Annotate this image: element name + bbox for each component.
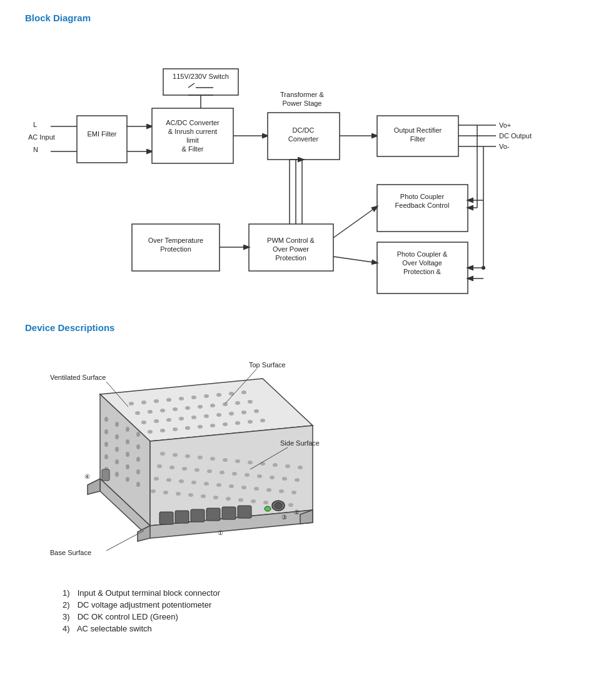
- psu-drawing: Ventilated Surface Top Surface Side Surf…: [50, 344, 363, 569]
- svg-text:N: N: [33, 146, 38, 153]
- svg-point-127: [194, 468, 199, 472]
- svg-text:L: L: [33, 121, 37, 128]
- legend-item-3: 3) DC OK control LED (Green): [63, 612, 591, 621]
- svg-text:Ventilated  Surface: Ventilated Surface: [50, 374, 106, 381]
- legend-num-4: 4): [63, 624, 75, 633]
- svg-text:Photo Coupler: Photo Coupler: [400, 193, 444, 200]
- legend-text-4: AC selectable switch: [77, 624, 152, 633]
- svg-point-104: [173, 427, 178, 431]
- svg-text:& Filter: & Filter: [181, 145, 203, 153]
- svg-point-86: [185, 406, 190, 410]
- svg-text:Over Voltage: Over Voltage: [402, 259, 442, 267]
- svg-point-111: [260, 419, 265, 422]
- svg-text:AC Input: AC Input: [28, 133, 55, 141]
- svg-point-137: [166, 478, 171, 482]
- svg-line-59: [333, 257, 377, 263]
- svg-point-87: [198, 405, 203, 409]
- legend-text-1: Input & Output terminal block connector: [78, 588, 220, 598]
- diagram-area: L AC Input N EMI Filter AC/DC Converter …: [27, 34, 590, 304]
- svg-point-177: [136, 457, 140, 462]
- svg-point-134: [282, 477, 287, 481]
- svg-point-169: [115, 472, 119, 477]
- svg-point-106: [198, 425, 203, 429]
- svg-point-132: [257, 474, 262, 478]
- svg-point-178: [136, 469, 140, 474]
- legend-num-3: 3): [63, 612, 75, 621]
- svg-point-98: [216, 413, 221, 417]
- svg-rect-185: [222, 507, 236, 519]
- svg-point-125: [169, 466, 174, 469]
- svg-point-146: [279, 489, 284, 493]
- legend-text-3: DC OK control LED (Green): [78, 612, 178, 621]
- svg-point-119: [248, 461, 253, 464]
- svg-point-114: [185, 454, 190, 458]
- svg-point-105: [185, 426, 190, 430]
- svg-text:115V/230V Switch: 115V/230V Switch: [173, 73, 229, 80]
- block-diagram-section: Block Diagram L AC Input N EMI Filter AC…: [25, 13, 591, 304]
- svg-point-166: [115, 434, 119, 439]
- svg-point-108: [223, 422, 228, 426]
- svg-point-126: [182, 467, 187, 471]
- svg-point-110: [248, 420, 253, 424]
- legend-item-1: 1) Input & Output terminal block connect…: [63, 588, 591, 598]
- svg-point-82: [135, 411, 140, 415]
- svg-point-67: [482, 266, 485, 270]
- svg-text:Feedback Control: Feedback Control: [395, 202, 449, 209]
- svg-point-159: [288, 503, 293, 507]
- svg-text:Output Rectifier: Output Rectifier: [393, 126, 442, 134]
- svg-point-92: [141, 421, 146, 424]
- svg-point-163: [104, 454, 108, 459]
- svg-text:Protection: Protection: [275, 254, 306, 262]
- svg-point-157: [263, 501, 268, 504]
- svg-text:Protection: Protection: [160, 245, 191, 253]
- svg-text:③: ③: [281, 514, 287, 521]
- svg-rect-186: [238, 506, 251, 518]
- svg-rect-181: [159, 512, 173, 524]
- svg-point-81: [241, 390, 246, 394]
- svg-point-118: [235, 459, 240, 463]
- svg-point-138: [179, 479, 184, 483]
- svg-point-73: [141, 401, 146, 404]
- svg-point-124: [157, 464, 162, 468]
- svg-point-179: [136, 482, 140, 487]
- svg-point-129: [220, 471, 225, 474]
- svg-point-112: [160, 452, 165, 456]
- svg-text:Converter: Converter: [288, 135, 318, 143]
- svg-point-165: [115, 422, 119, 427]
- svg-point-148: [151, 489, 156, 493]
- svg-point-139: [191, 481, 196, 484]
- svg-text:Transformer &: Transformer &: [280, 91, 325, 98]
- svg-point-96: [191, 416, 196, 419]
- svg-point-83: [148, 410, 153, 414]
- svg-point-140: [204, 482, 209, 486]
- svg-point-117: [223, 458, 228, 462]
- legend-num-2: 2): [63, 600, 75, 610]
- svg-point-115: [198, 456, 203, 459]
- svg-point-99: [229, 412, 234, 416]
- legend-item-2: 2) DC voltage adjustment potentiometer: [63, 600, 591, 610]
- svg-text:Power Stage: Power Stage: [282, 99, 321, 107]
- svg-text:DC Output: DC Output: [499, 132, 532, 140]
- legend-text-2: DC voltage adjustment potentiometer: [78, 600, 212, 610]
- svg-text:①: ①: [218, 529, 223, 536]
- svg-point-103: [160, 429, 165, 432]
- svg-point-151: [188, 493, 193, 497]
- svg-point-162: [104, 442, 108, 447]
- svg-point-152: [201, 494, 206, 498]
- legend-list: 1) Input & Output terminal block connect…: [63, 588, 591, 633]
- svg-point-95: [179, 417, 184, 421]
- svg-point-88: [210, 404, 215, 407]
- svg-point-121: [273, 463, 278, 467]
- svg-point-135: [295, 478, 300, 482]
- svg-rect-183: [191, 509, 204, 522]
- svg-point-156: [251, 499, 256, 503]
- svg-point-116: [210, 457, 215, 461]
- svg-text:Base  Surface: Base Surface: [50, 549, 91, 556]
- svg-text:Over Temperature: Over Temperature: [148, 237, 203, 244]
- svg-point-131: [245, 473, 250, 477]
- svg-point-136: [154, 477, 159, 481]
- svg-point-76: [179, 397, 184, 401]
- svg-point-122: [285, 464, 290, 468]
- svg-text:Filter: Filter: [410, 135, 425, 143]
- svg-point-130: [232, 472, 237, 476]
